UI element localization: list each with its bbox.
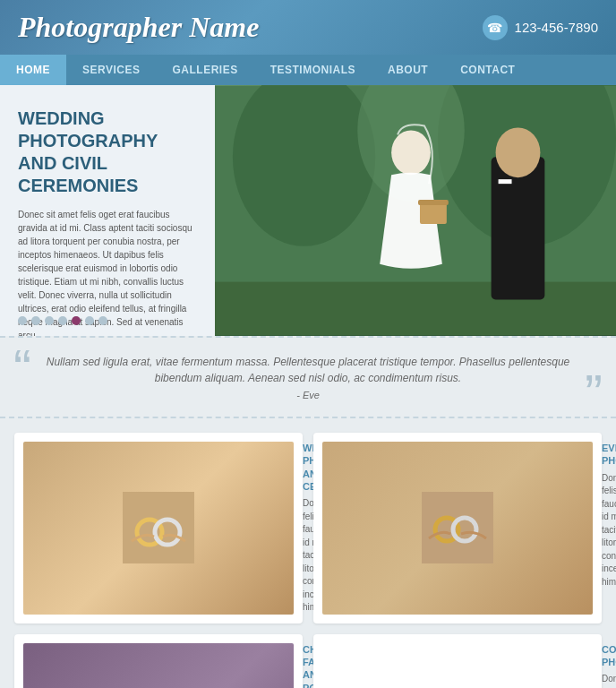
service-info-corporate: CORPORATE PHOTOGRAPHY Donec sit amet fel… <box>602 643 616 688</box>
services-grid: WEDDING PHOTOGRAPHY AND CIVIL CEREMONIES… <box>0 418 616 688</box>
service-thumb-event <box>322 442 593 615</box>
dot-7[interactable] <box>98 316 107 325</box>
svg-rect-10 <box>418 200 449 205</box>
testimonial-text: Nullam sed ligula erat, vitae fermentum … <box>36 354 580 386</box>
nav-home[interactable]: HOME <box>0 55 66 85</box>
service-desc-corporate: Donec sit amet felis oget erat faucibus … <box>602 673 616 688</box>
svg-point-6 <box>496 127 541 177</box>
nav-contact[interactable]: CONTACT <box>444 55 531 85</box>
nav-testimonials[interactable]: TESTIMONIALS <box>254 55 372 85</box>
service-info-event: EVENT PHOTOGRAPHY Donec sit amet felis o… <box>602 442 616 615</box>
testimonial-author: - Eve <box>36 390 580 400</box>
service-desc-event: Donec sit amet felis oget erat faucibus … <box>602 472 616 589</box>
svg-rect-7 <box>499 179 512 184</box>
service-card-corporate: CORPORATE PHOTOGRAPHY Donec sit amet fel… <box>313 634 602 688</box>
svg-rect-11 <box>123 492 194 563</box>
hero-image <box>215 85 616 336</box>
phone-icon: ☎ <box>483 15 508 40</box>
site-header: Photographer Name ☎ 123-456-7890 <box>0 0 616 55</box>
site-title: Photographer Name <box>18 11 259 44</box>
dot-3[interactable] <box>45 316 54 325</box>
dot-4[interactable] <box>58 316 67 325</box>
service-thumb-corporate <box>322 643 593 688</box>
nav-services[interactable]: SERVICES <box>66 55 156 85</box>
service-card-event: EVENT PHOTOGRAPHY Donec sit amet felis o… <box>313 433 602 624</box>
nav-about[interactable]: ABOUT <box>372 55 444 85</box>
service-card-wedding: WEDDING PHOTOGRAPHY AND CIVIL CEREMONIES… <box>14 433 303 624</box>
dot-5[interactable] <box>72 316 81 325</box>
svg-rect-5 <box>492 157 545 299</box>
testimonial-section: Nullam sed ligula erat, vitae fermentum … <box>0 336 616 418</box>
phone-number: 123-456-7890 <box>515 20 598 35</box>
service-title-corporate: CORPORATE PHOTOGRAPHY <box>602 643 616 669</box>
hero-section: WEDDING PHOTOGRAPHY AND CIVIL CEREMONIES… <box>0 85 616 336</box>
hero-text-panel: WEDDING PHOTOGRAPHY AND CIVIL CEREMONIES… <box>0 85 215 336</box>
dot-6[interactable] <box>85 316 94 325</box>
service-card-family: CHILD, FAMILY AND PET PORTRAITS Donec si… <box>14 634 303 688</box>
service-thumb-wedding <box>23 442 294 615</box>
service-title-event: EVENT PHOTOGRAPHY <box>602 442 616 468</box>
phone-area: ☎ 123-456-7890 <box>483 15 598 40</box>
svg-point-8 <box>391 130 431 175</box>
dot-2[interactable] <box>31 316 40 325</box>
service-thumb-family <box>23 643 294 688</box>
dot-1[interactable] <box>18 316 27 325</box>
svg-rect-4 <box>215 282 616 336</box>
slider-dots <box>18 316 107 325</box>
nav-galleries[interactable]: GALLERIES <box>156 55 253 85</box>
hero-photo <box>215 85 616 336</box>
hero-heading: WEDDING PHOTOGRAPHY AND CIVIL CEREMONIES <box>18 108 197 197</box>
main-nav: HOME SERVICES GALLERIES TESTIMONIALS ABO… <box>0 55 616 85</box>
